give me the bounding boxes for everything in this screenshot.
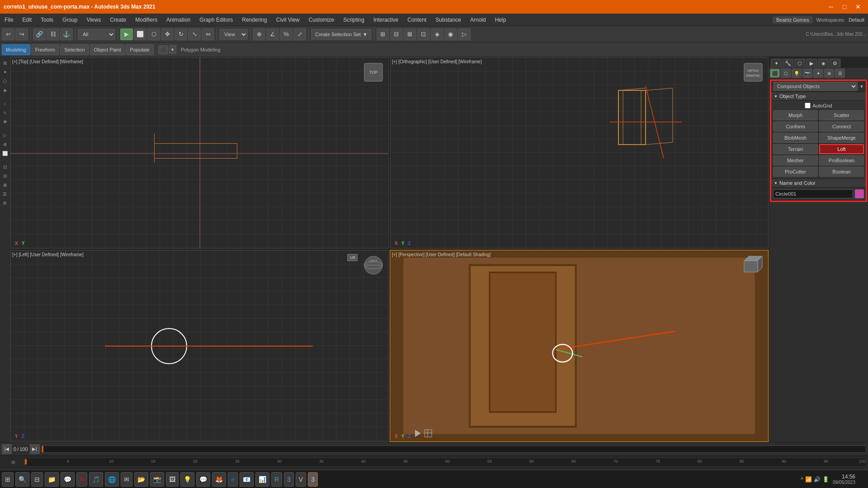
tray-expand[interactable]: ^: [801, 476, 803, 483]
rp-tab-modify[interactable]: 🔧: [783, 59, 793, 68]
taskbar-revit[interactable]: R: [271, 472, 282, 487]
menu-substance[interactable]: Substance: [431, 14, 466, 26]
btn-proboolean[interactable]: ProBoolean: [819, 155, 864, 165]
rotate-button[interactable]: ↻: [175, 28, 187, 40]
unlink-button[interactable]: ⛓: [47, 28, 59, 40]
lt-icon-6[interactable]: ⤡: [1, 108, 9, 117]
snap-spinner-button[interactable]: ⤢: [293, 28, 306, 40]
lt-icon-1[interactable]: ⊞: [1, 59, 9, 67]
btn-blobmesh[interactable]: BlobMesh: [773, 133, 818, 143]
menu-content[interactable]: Content: [403, 14, 431, 26]
close-button[interactable]: ✕: [852, 2, 864, 12]
timeline-range[interactable]: [42, 446, 866, 453]
taskbar-gallery[interactable]: 🖼: [166, 472, 179, 487]
tray-volume[interactable]: 🔊: [814, 476, 821, 483]
taskbar-mail[interactable]: ✉: [121, 472, 132, 487]
lt-icon-9[interactable]: ⊕: [1, 140, 9, 148]
rp-subtab-spacewarp[interactable]: ⊕: [824, 69, 834, 78]
minimize-button[interactable]: ─: [825, 2, 837, 12]
lt-icon-7[interactable]: ✥: [1, 117, 9, 126]
rp-tab-hierarchy[interactable]: ⬡: [794, 59, 805, 68]
play-viewport-btn[interactable]: [413, 429, 422, 439]
btn-connect[interactable]: Connect: [819, 122, 864, 131]
tab-populate[interactable]: Populate: [126, 44, 153, 55]
select-button[interactable]: ▶: [120, 28, 133, 40]
viewport-top-nav[interactable]: TOP: [362, 61, 385, 84]
lt-icon-14[interactable]: ☰: [1, 190, 9, 198]
color-swatch[interactable]: [855, 189, 864, 198]
redo-button[interactable]: ↪: [15, 28, 28, 40]
mirror-tool-button[interactable]: ⊞: [377, 28, 389, 40]
snap-percent-button[interactable]: %: [280, 28, 292, 40]
menu-arnold[interactable]: Arnold: [466, 14, 491, 26]
tab-selection[interactable]: Selection: [60, 44, 89, 55]
undo-button[interactable]: ↩: [2, 28, 14, 40]
render-button[interactable]: ▷: [458, 28, 471, 40]
user-menu[interactable]: Beatriz Gomes: [773, 16, 813, 23]
viewport-left-nav[interactable]: LEFT: [362, 254, 385, 277]
menu-group[interactable]: Group: [58, 14, 82, 26]
taskbar-app9[interactable]: 💡: [180, 472, 194, 487]
ribbon-arrow[interactable]: ▾: [169, 45, 176, 54]
menu-create[interactable]: Create: [105, 14, 131, 26]
btn-loft[interactable]: Loft: [819, 144, 864, 154]
render-setup-button[interactable]: ◉: [444, 28, 457, 40]
menu-civil-view[interactable]: Civil View: [272, 14, 304, 26]
taskbar-firefox[interactable]: 🦊: [212, 472, 226, 487]
taskbar-outlook[interactable]: 📧: [240, 472, 254, 487]
lt-icon-10[interactable]: ⬜: [1, 149, 9, 157]
prev-frame-button[interactable]: |◀: [2, 444, 12, 454]
taskbar-netflix[interactable]: N: [76, 472, 87, 487]
tray-battery[interactable]: 🔋: [822, 476, 829, 483]
viewport-grid-icon[interactable]: [424, 429, 433, 439]
track-ruler[interactable]: 0 5 10 15 20 25 30 35 40 45 50 55 60 65 …: [24, 458, 866, 467]
viewport-ortho[interactable]: [+] [Orthographic] [User Defined] [Wiref…: [390, 57, 769, 249]
move-button[interactable]: ✥: [161, 28, 174, 40]
lt-icon-8[interactable]: ▷: [1, 131, 9, 139]
taskview-button[interactable]: ⊟: [31, 472, 43, 487]
mirror-button[interactable]: ⇔: [202, 28, 214, 40]
btn-shapemerge[interactable]: ShapeMerge: [819, 133, 864, 143]
scale-button[interactable]: ⤡: [188, 28, 201, 40]
taskbar-3dsmax1[interactable]: 3: [284, 472, 294, 487]
rp-subtab-systems[interactable]: ☰: [835, 69, 845, 78]
taskbar-chat[interactable]: 💬: [61, 472, 75, 487]
taskbar-vray[interactable]: V: [296, 472, 306, 487]
layer-button[interactable]: ⊠: [404, 28, 416, 40]
select-lasso-button[interactable]: ⬡: [147, 28, 160, 40]
lt-icon-15[interactable]: ⚙: [1, 199, 9, 207]
snap-3d-button[interactable]: ⊕: [253, 28, 265, 40]
btn-mesher[interactable]: Mesher: [773, 155, 818, 165]
menu-interactive[interactable]: Interactive: [369, 14, 403, 26]
btn-boolean[interactable]: Boolean: [819, 167, 864, 177]
ribbon-extra-1[interactable]: ⬛: [158, 45, 168, 54]
taskbar-browser[interactable]: 🌐: [105, 472, 119, 487]
viewport-ortho-nav[interactable]: ORTHO GRAPHIC: [742, 61, 764, 84]
lt-icon-12[interactable]: ⊟: [1, 172, 9, 180]
scene-explorer-button[interactable]: ⊡: [417, 28, 430, 40]
btn-morph[interactable]: Morph: [773, 110, 818, 120]
tray-network[interactable]: 📶: [805, 476, 812, 483]
menu-tools[interactable]: Tools: [36, 14, 58, 26]
view-dropdown[interactable]: View Local World: [219, 29, 248, 40]
btn-conform[interactable]: Conform: [773, 122, 818, 131]
taskbar-edge[interactable]: e: [228, 472, 238, 487]
compound-objects-dropdown[interactable]: Compound Objects Standard Primitives Ext…: [773, 82, 858, 91]
taskbar-3dsmax2[interactable]: 3: [308, 472, 318, 487]
btn-scatter[interactable]: Scatter: [819, 110, 864, 120]
rp-subtab-geometry[interactable]: ⬛: [770, 69, 780, 78]
object-name-input[interactable]: [773, 189, 853, 198]
viewport-persp-nav[interactable]: [742, 254, 764, 277]
lt-icon-11[interactable]: ⊡: [1, 163, 9, 171]
workspace-dropdown[interactable]: Default: [849, 17, 864, 23]
tab-freeform[interactable]: Freeform: [31, 44, 60, 55]
menu-file[interactable]: File: [0, 14, 18, 26]
lt-icon-13[interactable]: ⊠: [1, 181, 9, 189]
system-clock[interactable]: 14:56 09/05/2023: [833, 474, 855, 485]
next-frame-button[interactable]: ▶|: [30, 444, 40, 454]
lt-icon-2[interactable]: ✦: [1, 68, 9, 76]
menu-animation[interactable]: Animation: [162, 14, 195, 26]
menu-rendering[interactable]: Rendering: [237, 14, 271, 26]
start-button[interactable]: ⊞: [2, 472, 14, 487]
rp-subtab-light[interactable]: 💡: [792, 69, 802, 78]
